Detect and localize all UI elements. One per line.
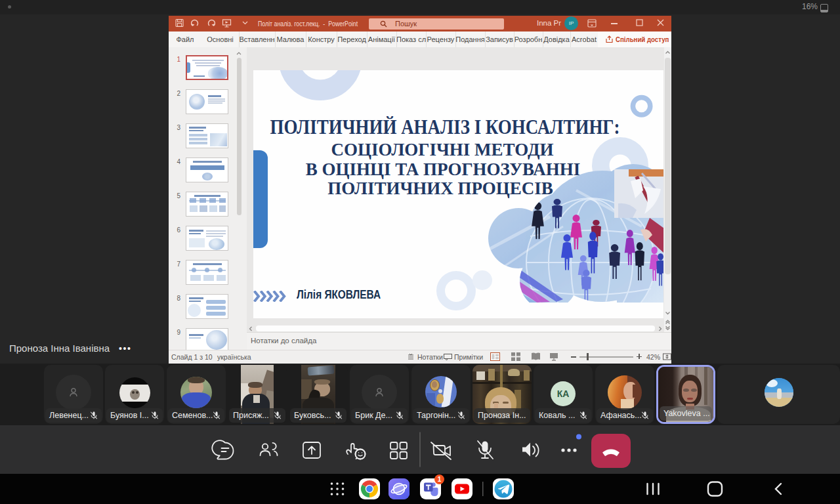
svg-text:1: 1	[438, 476, 442, 483]
